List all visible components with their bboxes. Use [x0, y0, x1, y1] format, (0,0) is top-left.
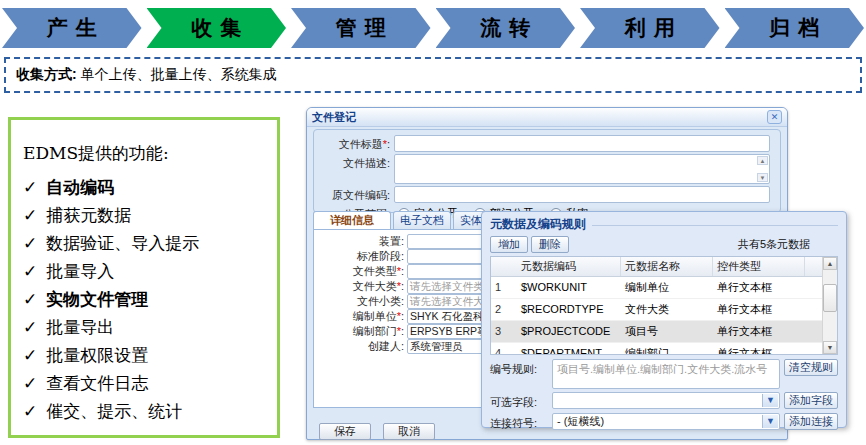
dialog-title: 文件登记 — [312, 110, 767, 125]
flow-step: 利用 — [580, 8, 720, 48]
panel-title: 元数据及编码规则 — [490, 216, 586, 233]
flow-step-label: 收集 — [191, 14, 249, 42]
detail-field-label: 编制部门*: — [314, 324, 404, 339]
feature-item: ✓数据验证、导入提示 — [23, 229, 277, 257]
process-flow: 产生 收集 管理 流转 利用 归档 — [2, 8, 864, 48]
detail-field-label: 装置*: — [314, 234, 404, 249]
feature-text: 捕获元数据 — [46, 205, 131, 225]
name-cell: 编制单位 — [621, 277, 713, 298]
slide-canvas: 产生 收集 管理 流转 利用 归档 收集方式: 单个上传、批量上传、系统集成 — [0, 0, 866, 445]
table-row[interactable]: 4 $DEPARTMENT 编制部门 单行文本框 — [491, 343, 837, 355]
tab[interactable]: 电子文档 — [393, 211, 451, 230]
detail-field-label: 文件类型*: — [314, 264, 404, 279]
spinner-up-icon[interactable]: ▲ — [757, 156, 768, 165]
tab[interactable]: 详细信息 — [313, 211, 391, 230]
type-header[interactable]: 控件类型 — [713, 257, 805, 276]
file-desc-textarea[interactable]: ▲ ▼ — [394, 154, 770, 184]
feature-item: ✓实物文件管理 — [23, 285, 277, 313]
code-cell: $DEPARTMENT — [517, 343, 621, 355]
metadata-table: 元数据编码 元数据名称 控件类型 1 $WORKUNIT 编制单位 单行文本框 … — [490, 256, 838, 355]
flow-step: 归档 — [725, 8, 865, 48]
feature-item: ✓自动编码 — [23, 173, 277, 201]
check-icon: ✓ — [23, 205, 37, 225]
connector-select[interactable]: - (短横线) ▼ — [552, 413, 780, 430]
close-icon[interactable]: ✕ — [767, 110, 782, 124]
feature-item: ✓催交、提示、统计 — [23, 397, 277, 425]
row-number-cell: 4 — [491, 343, 517, 355]
dialog-tabs: 详细信息 电子文档 实体文 — [313, 211, 500, 230]
scroll-thumb[interactable] — [823, 284, 837, 312]
flow-step: 收集 — [147, 8, 287, 48]
add-field-button[interactable]: 添加字段 — [784, 392, 838, 409]
collect-methods-bar: 收集方式: 单个上传、批量上传、系统集成 — [4, 57, 862, 93]
add-connect-button[interactable]: 添加连接 — [784, 413, 838, 430]
feature-item: ✓捕获元数据 — [23, 201, 277, 229]
scroll-down-icon[interactable]: ▼ — [823, 341, 837, 354]
flow-step: 管理 — [291, 8, 431, 48]
metadata-count: 共有5条元数据 — [738, 237, 838, 252]
orig-code-label: 原文件编码: — [316, 186, 390, 203]
delete-button[interactable]: 删除 — [531, 236, 569, 253]
metadata-rules-panel: 元数据及编码规则 增加 删除 共有5条元数据 元数据编码 元数据名称 控件类型 … — [481, 211, 847, 428]
table-row[interactable]: 1 $WORKUNIT 编制单位 单行文本框 — [491, 277, 837, 299]
name-header[interactable]: 元数据名称 — [621, 257, 713, 276]
feature-item: ✓批量权限设置 — [23, 341, 277, 369]
spinner-down-icon[interactable]: ▼ — [757, 173, 768, 182]
code-cell: $PROJECTCODE — [517, 321, 621, 342]
row-number-header — [491, 257, 517, 276]
dialog-top-form: 文件标题*: 文件描述: ▲ ▼ 原文件编码: 公开范围: — [313, 129, 781, 213]
connector-label: 连接符号: — [490, 413, 552, 431]
type-cell: 单行文本框 — [713, 321, 805, 342]
scroll-up-icon[interactable]: ▲ — [823, 257, 837, 270]
features-title: EDMS提供的功能: — [23, 142, 277, 165]
clear-rule-button[interactable]: 清空规则 — [784, 359, 838, 376]
flow-step-label: 归档 — [769, 14, 827, 42]
name-cell: 项目号 — [621, 321, 713, 342]
collect-methods-label: 收集方式: — [16, 66, 77, 84]
flow-step-label: 产生 — [47, 14, 105, 42]
panel-toolbar: 增加 删除 共有5条元数据 — [490, 235, 838, 253]
orig-code-input[interactable] — [394, 186, 770, 203]
file-title-input[interactable] — [394, 135, 770, 152]
flow-step: 流转 — [436, 8, 576, 48]
feature-text: 数据验证、导入提示 — [46, 233, 199, 253]
rule-input[interactable]: 项目号.编制单位.编制部门.文件大类.流水号 — [552, 359, 780, 389]
feature-item: ✓批量导入 — [23, 257, 277, 285]
optional-field-label: 可选字段: — [490, 392, 552, 410]
chevron-down-icon[interactable]: ▼ — [762, 415, 778, 428]
feature-item: ✓批量导出 — [23, 313, 277, 341]
flow-step-label: 管理 — [336, 14, 394, 42]
features-box: EDMS提供的功能: ✓自动编码 ✓捕获元数据 ✓数据验证、导入提示 ✓批量导入 — [8, 117, 280, 438]
row-number-cell: 1 — [491, 277, 517, 298]
table-scrollbar[interactable]: ▲ ▼ — [822, 257, 837, 354]
flow-step-label: 利用 — [625, 14, 683, 42]
add-button[interactable]: 增加 — [490, 236, 528, 253]
type-cell: 单行文本框 — [713, 343, 805, 355]
row-number-cell: 2 — [491, 299, 517, 320]
check-icon: ✓ — [23, 345, 37, 365]
code-header[interactable]: 元数据编码 — [517, 257, 621, 276]
metadata-table-header: 元数据编码 元数据名称 控件类型 — [491, 257, 837, 277]
feature-text: 批量导入 — [46, 261, 114, 281]
chevron-down-icon[interactable]: ▼ — [762, 394, 778, 407]
code-cell: $WORKUNIT — [517, 277, 621, 298]
table-row[interactable]: 3 $PROJECTCODE 项目号 单行文本框 — [491, 321, 837, 343]
check-icon: ✓ — [23, 261, 37, 281]
feature-item: ✓查看文件日志 — [23, 369, 277, 397]
metadata-table-rows: 1 $WORKUNIT 编制单位 单行文本框 2 $RECORDTYPE 文件大… — [491, 277, 837, 355]
type-cell: 单行文本框 — [713, 277, 805, 298]
cancel-button[interactable]: 取消 — [383, 423, 435, 440]
feature-text: 批量权限设置 — [46, 345, 148, 365]
file-title-label: 文件标题*: — [316, 135, 390, 152]
collect-methods-text: 单个上传、批量上传、系统集成 — [81, 66, 277, 84]
detail-field-label: 文件大类*: — [314, 279, 404, 294]
dialog-titlebar[interactable]: 文件登记 ✕ — [307, 108, 787, 127]
check-icon: ✓ — [23, 177, 37, 197]
check-icon: ✓ — [23, 373, 37, 393]
check-icon: ✓ — [23, 233, 37, 253]
table-row[interactable]: 2 $RECORDTYPE 文件大类 单行文本框 — [491, 299, 837, 321]
check-icon: ✓ — [23, 289, 37, 309]
check-icon: ✓ — [23, 317, 37, 337]
optional-field-select[interactable]: ▼ — [552, 392, 780, 409]
save-button[interactable]: 保存 — [319, 423, 371, 440]
